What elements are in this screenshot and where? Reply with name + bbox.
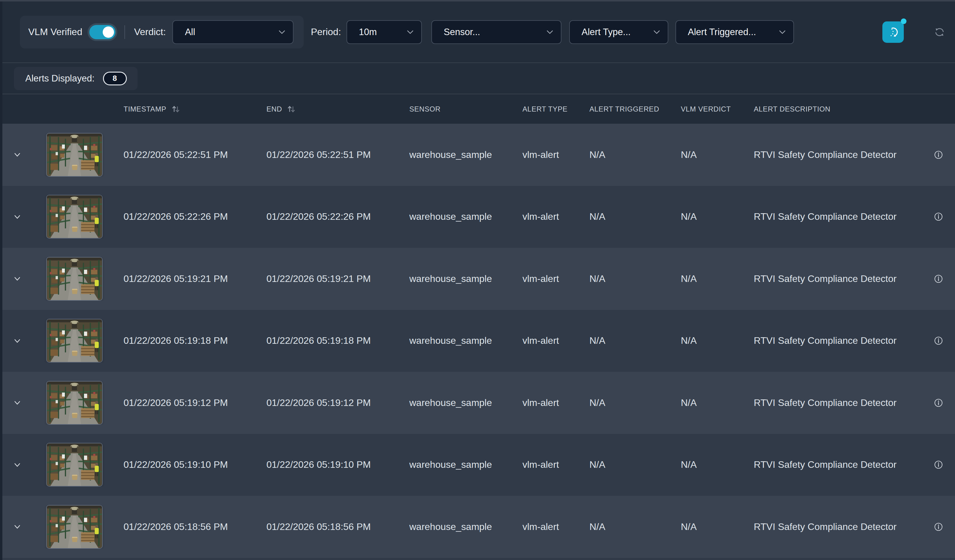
info-icon[interactable] [934, 460, 943, 469]
cell-end: 01/22/2026 05:22:26 PM [263, 211, 406, 222]
sort-icon [286, 104, 296, 114]
header-end[interactable]: END [263, 104, 406, 114]
cell-vlm-verdict: N/A [677, 397, 750, 408]
row-expand-chevron-icon[interactable] [13, 213, 22, 221]
info-icon[interactable] [934, 336, 943, 345]
cell-alert-triggered: N/A [587, 273, 677, 284]
period-value: 10m [359, 27, 377, 37]
refresh-icon [934, 27, 945, 37]
info-icon[interactable] [934, 150, 943, 159]
warehouse-scene [47, 257, 102, 300]
alerts-displayed-label: Alerts Displayed: [25, 73, 95, 84]
table-row[interactable]: 01/22/2026 05:19:12 PM 01/22/2026 05:19:… [0, 372, 955, 434]
alert-thumbnail[interactable] [46, 257, 103, 301]
alert-thumbnail[interactable] [46, 381, 103, 425]
cell-alert-description: RTVI Safety Compliance Detector [750, 273, 922, 284]
table-row[interactable]: 01/22/2026 05:18:56 PM 01/22/2026 05:18:… [0, 496, 955, 558]
chevron-down-icon [653, 30, 660, 34]
sensor-placeholder: Sensor... [444, 27, 480, 37]
auto-refresh-button[interactable] [882, 22, 904, 43]
chevron-down-icon [546, 30, 553, 34]
warehouse-scene [47, 320, 102, 362]
alerts-displayed-pill: Alerts Displayed: 8 [14, 67, 138, 90]
cell-sensor: warehouse_sample [406, 397, 520, 408]
vlm-verified-label: VLM Verified [28, 27, 82, 37]
table-header: TIMESTAMP END SENSOR ALERT TYPE ALERT TR… [0, 94, 955, 124]
notification-dot [901, 19, 906, 24]
filter-bar: VLM Verified Verdict: All Period: 10m Se… [0, 2, 955, 62]
cell-alert-triggered: N/A [587, 211, 677, 222]
header-sensor: SENSOR [406, 105, 520, 113]
alert-type-placeholder: Alert Type... [582, 27, 631, 37]
row-expand-chevron-icon[interactable] [13, 461, 22, 469]
alert-triggered-placeholder: Alert Triggered... [688, 27, 756, 37]
cell-timestamp: 01/22/2026 05:19:18 PM [121, 335, 263, 346]
cell-sensor: warehouse_sample [406, 211, 520, 222]
cell-timestamp: 01/22/2026 05:22:26 PM [121, 211, 263, 222]
header-alert-description: ALERT DESCRIPTION [750, 105, 922, 113]
table-row[interactable]: 01/22/2026 05:19:18 PM 01/22/2026 05:19:… [0, 310, 955, 372]
alert-thumbnail[interactable] [46, 195, 103, 239]
header-vlm-verdict: VLM VERDICT [677, 105, 750, 113]
toggle-knob [103, 27, 114, 38]
cell-timestamp: 01/22/2026 05:19:10 PM [121, 459, 263, 470]
alert-thumbnail[interactable] [46, 443, 103, 487]
alert-thumbnail[interactable] [46, 319, 103, 362]
info-icon[interactable] [934, 274, 943, 284]
header-alert-type: ALERT TYPE [520, 105, 587, 113]
sensor-dropdown[interactable]: Sensor... [431, 20, 562, 44]
verdict-label: Verdict: [134, 27, 166, 37]
cell-sensor: warehouse_sample [406, 335, 520, 346]
cell-alert-type: vlm-alert [520, 149, 587, 160]
cell-alert-description: RTVI Safety Compliance Detector [750, 211, 922, 222]
verdict-value: All [185, 27, 195, 37]
info-icon[interactable] [934, 212, 943, 221]
cell-alert-triggered: N/A [587, 397, 677, 408]
alert-type-dropdown[interactable]: Alert Type... [569, 20, 668, 44]
cell-end: 01/22/2026 05:18:56 PM [263, 521, 406, 532]
table-row[interactable]: 01/22/2026 05:22:26 PM 01/22/2026 05:22:… [0, 186, 955, 248]
alerts-count-badge: 8 [103, 72, 127, 85]
row-expand-chevron-icon[interactable] [13, 150, 22, 159]
warehouse-scene [47, 443, 102, 486]
vlm-verified-toggle[interactable] [89, 25, 116, 39]
cell-alert-type: vlm-alert [520, 459, 587, 470]
period-dropdown[interactable]: 10m [346, 20, 422, 44]
info-icon[interactable] [934, 522, 943, 532]
table-row[interactable]: 01/22/2026 05:19:10 PM 01/22/2026 05:19:… [0, 434, 955, 496]
cell-alert-description: RTVI Safety Compliance Detector [750, 521, 922, 532]
cell-alert-description: RTVI Safety Compliance Detector [750, 459, 922, 470]
info-icon[interactable] [934, 398, 943, 407]
divider [124, 25, 125, 39]
cell-alert-type: vlm-alert [520, 273, 587, 284]
header-timestamp[interactable]: TIMESTAMP [121, 104, 263, 114]
table-row[interactable]: 01/22/2026 05:19:21 PM 01/22/2026 05:19:… [0, 248, 955, 310]
alert-thumbnail[interactable] [46, 133, 103, 177]
warehouse-scene [47, 382, 102, 424]
row-expand-chevron-icon[interactable] [13, 523, 22, 531]
cell-end: 01/22/2026 05:19:10 PM [263, 459, 406, 470]
header-alert-triggered: ALERT TRIGGERED [587, 105, 677, 113]
auto-refresh-icon [887, 26, 899, 38]
cell-timestamp: 01/22/2026 05:19:21 PM [121, 273, 263, 284]
cell-vlm-verdict: N/A [677, 273, 750, 284]
table-row-partial[interactable] [0, 558, 955, 560]
row-expand-chevron-icon[interactable] [13, 399, 22, 407]
chevron-down-icon [407, 30, 413, 34]
cell-vlm-verdict: N/A [677, 459, 750, 470]
sort-icon [171, 104, 181, 114]
refresh-button[interactable] [933, 26, 946, 38]
row-expand-chevron-icon[interactable] [13, 337, 22, 345]
cell-alert-triggered: N/A [587, 459, 677, 470]
cell-alert-triggered: N/A [587, 335, 677, 346]
cell-alert-triggered: N/A [587, 521, 677, 532]
cell-vlm-verdict: N/A [677, 521, 750, 532]
warehouse-scene [47, 505, 102, 548]
row-expand-chevron-icon[interactable] [13, 275, 22, 283]
table-row[interactable]: 01/22/2026 05:22:51 PM 01/22/2026 05:22:… [0, 124, 955, 186]
cell-alert-triggered: N/A [587, 149, 677, 160]
cell-timestamp: 01/22/2026 05:22:51 PM [121, 149, 263, 160]
alert-thumbnail[interactable] [46, 505, 103, 549]
verdict-dropdown[interactable]: All [172, 20, 294, 44]
alert-triggered-dropdown[interactable]: Alert Triggered... [675, 20, 794, 44]
